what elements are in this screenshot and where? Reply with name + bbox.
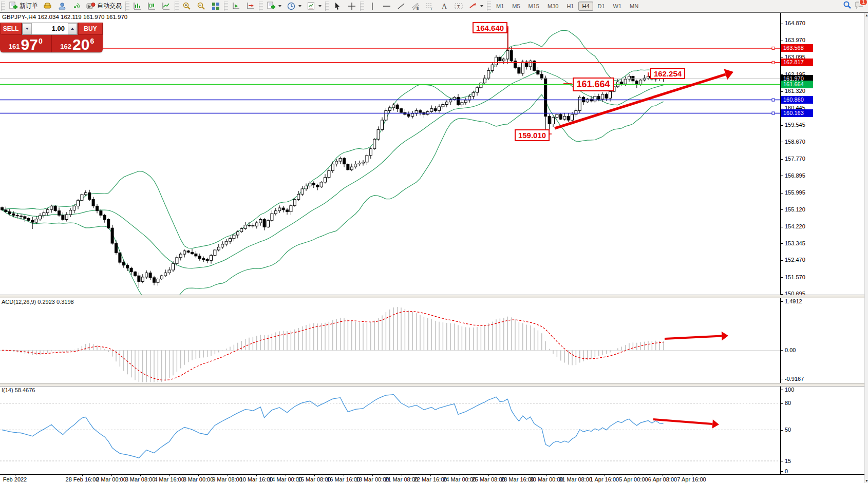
new-order-button[interactable]: 新订单 — [7, 1, 40, 12]
tf-m15[interactable]: M15 — [525, 2, 543, 11]
axis-label: 0.00 — [785, 347, 796, 353]
price-axis: 164.870163.970163.095162.195161.320160.4… — [781, 13, 864, 474]
text-button[interactable]: A — [438, 1, 451, 12]
search-icon[interactable] — [843, 1, 852, 11]
scroll-up-icon[interactable]: ▲ — [865, 13, 868, 17]
chart-line-icon — [162, 2, 171, 11]
tf-h4[interactable]: H4 — [578, 2, 593, 11]
price-line-badge: 160.860 — [781, 96, 813, 104]
line-chart-button[interactable] — [160, 1, 173, 12]
trendline-button[interactable] — [394, 1, 408, 12]
svg-text:A: A — [442, 3, 447, 10]
chart-shift-button[interactable] — [244, 1, 257, 12]
chevron-down-icon[interactable] — [278, 5, 281, 7]
sell-price[interactable]: 161 97 0 — [0, 35, 52, 52]
tile-windows-button[interactable] — [209, 1, 222, 12]
templates-button[interactable] — [305, 1, 324, 12]
bar-chart-button[interactable] — [131, 1, 144, 12]
sell-button[interactable]: SELL — [0, 23, 22, 35]
fibonacci-button[interactable]: F — [423, 1, 437, 12]
price-chart[interactable] — [0, 13, 781, 295]
chevron-down-icon[interactable] — [480, 5, 483, 7]
tf-m1[interactable]: M1 — [493, 2, 507, 11]
time-label: 6 Apr 08:00 — [648, 476, 677, 482]
periods-button[interactable] — [285, 1, 304, 12]
time-label: 28 Mar 16:00 — [501, 476, 534, 482]
price-line-badge: 163.568 — [781, 44, 813, 52]
zoom-in-button[interactable] — [180, 1, 194, 12]
chat-icon[interactable]: 1 — [855, 1, 864, 11]
crosshair-button[interactable] — [345, 1, 358, 12]
channel-icon: E — [411, 2, 420, 11]
price-line-badge: 162.817 — [781, 59, 813, 66]
axis-label: 155.995 — [785, 189, 805, 196]
chart-candles-icon — [147, 2, 157, 11]
volume-input[interactable]: 1.00 — [32, 23, 68, 34]
panel-splitter[interactable] — [0, 295, 868, 298]
volume-increase-button[interactable] — [68, 23, 77, 34]
market-watch-button[interactable] — [41, 1, 54, 12]
tf-h1[interactable]: H1 — [563, 2, 577, 11]
vertical-line-button[interactable] — [366, 1, 379, 12]
label-button[interactable]: T — [452, 1, 465, 12]
macd-panel[interactable] — [0, 297, 781, 383]
axis-label: 155.120 — [785, 206, 805, 212]
time-axis: Feb 202228 Feb 16:002 Mar 00:003 Mar 08:… — [0, 474, 868, 483]
autotrading-button[interactable]: 自动交易 — [84, 1, 124, 12]
chevron-down-icon[interactable] — [298, 5, 301, 7]
zoom-out-button[interactable] — [195, 1, 208, 12]
tile-windows-icon — [211, 2, 220, 11]
toolbar-grip — [125, 2, 129, 11]
buy-price[interactable]: 162 20 6 — [52, 35, 103, 52]
horizontal-line-button[interactable] — [380, 1, 393, 12]
tf-w1[interactable]: W1 — [610, 2, 626, 11]
time-label: 2 Mar 00:00 — [96, 476, 126, 482]
rsi-label: I(14) 58.4676 — [2, 387, 35, 393]
tf-d1[interactable]: D1 — [594, 2, 609, 11]
toolbar-buttons: 新订单自动交易EFATM1M5M15M30H1H4D1W1MN — [0, 1, 643, 12]
arrows-button[interactable] — [466, 1, 485, 12]
mt4-window: 新订单自动交易EFATM1M5M15M30H1H4D1W1MN 1 GBPJPY… — [0, 0, 868, 483]
cursor-button[interactable] — [331, 1, 344, 12]
axis-label: 50 — [785, 427, 791, 433]
time-label: 18 Mar 00:00 — [356, 476, 389, 482]
candle-chart-button[interactable] — [145, 1, 159, 12]
low-price-label[interactable]: 159.010 — [515, 129, 550, 141]
axis-label: 100 — [785, 387, 794, 393]
time-label: 31 Mar 08:00 — [559, 476, 592, 482]
volume-decrease-button[interactable] — [23, 23, 32, 34]
panel-splitter[interactable] — [0, 383, 868, 387]
chevron-down-icon[interactable] — [318, 5, 322, 7]
toolbar-grip — [259, 2, 263, 11]
green-level-label[interactable]: 161.664 — [573, 78, 614, 91]
indicators-icon — [267, 2, 276, 11]
buy-button[interactable]: BUY — [78, 23, 103, 35]
indicators-button[interactable] — [265, 1, 284, 12]
high-price-label[interactable]: 164.640 — [473, 22, 507, 33]
axis-label: 158.670 — [785, 139, 805, 145]
tf-mn[interactable]: MN — [626, 2, 642, 11]
signal-icon — [72, 2, 81, 11]
axis-label: 80 — [785, 400, 791, 406]
time-label: 1 Apr 16:00 — [590, 476, 619, 482]
rsi-panel[interactable] — [0, 385, 781, 474]
toolbar-right: 1 — [843, 1, 868, 11]
time-label: 3 Mar 08:00 — [125, 476, 156, 482]
autotrading-icon — [86, 2, 96, 11]
axis-label: 151.570 — [785, 274, 805, 280]
swing-high-label[interactable]: 162.254 — [650, 68, 685, 79]
axis-label: 156.895 — [785, 172, 805, 179]
auto-scroll-button[interactable] — [230, 1, 243, 12]
scroll-down-icon[interactable]: ▼ — [865, 478, 868, 483]
axis-label: -0.9167 — [785, 376, 804, 382]
profile-button[interactable] — [55, 1, 69, 12]
equidistant-channel-button[interactable]: E — [409, 1, 422, 12]
toolbar: 新订单自动交易EFATM1M5M15M30H1H4D1W1MN 1 — [0, 0, 868, 13]
tf-m30[interactable]: M30 — [544, 2, 562, 11]
price-line-badge: 161.664 — [781, 81, 813, 88]
vertical-scrollbar[interactable]: ▲ ▼ — [864, 13, 868, 483]
new-order-icon — [9, 2, 18, 11]
time-label: 25 Mar 08:00 — [472, 476, 505, 482]
tf-m5[interactable]: M5 — [508, 2, 523, 11]
signal-button[interactable] — [70, 1, 83, 12]
